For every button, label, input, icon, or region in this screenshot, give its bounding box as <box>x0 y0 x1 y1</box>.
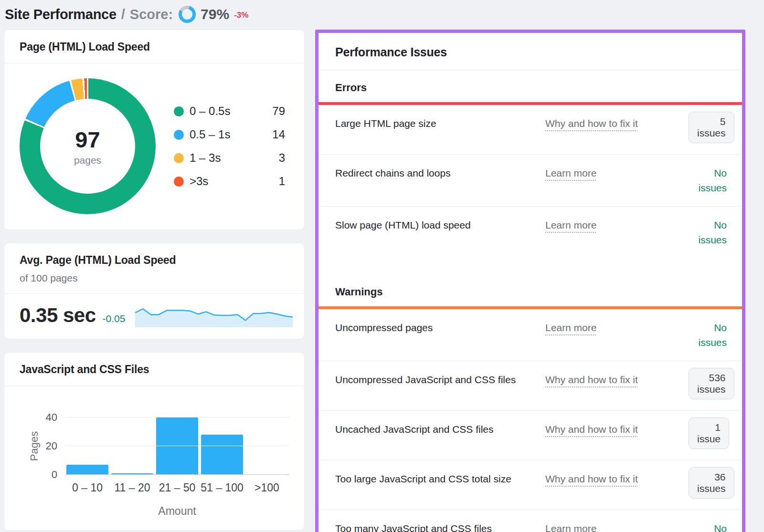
issue-status: No issues <box>689 320 727 350</box>
issue-help-link[interactable]: Why and how to fix it <box>545 422 689 437</box>
y-tick-label: 0 <box>52 469 57 481</box>
performance-issues-panel: Performance Issues Errors Large HTML pag… <box>315 30 745 532</box>
avg-load-speed-card: Avg. Page (HTML) Load Speed of 100 pages… <box>4 243 305 339</box>
issue-help-link[interactable]: Why and how to fix it <box>545 116 689 131</box>
donut-center-value: 97 <box>75 126 100 153</box>
issue-row: Too many JavaScript and CSS files Learn … <box>318 510 742 532</box>
issues-count-button[interactable]: 536 issues <box>689 368 734 399</box>
avg-speed-value: 0.35 sec <box>20 304 96 327</box>
issue-row: Uncached JavaScript and CSS files Why an… <box>318 410 742 460</box>
legend-value: 3 <box>251 151 291 165</box>
issue-help-link[interactable]: Learn more <box>545 166 689 180</box>
card-title: Avg. Page (HTML) Load Speed <box>20 254 289 267</box>
issue-row: Uncompressed pages Learn more No issues <box>318 309 742 361</box>
no-issues-label: No issues <box>698 322 727 348</box>
issue-help-link[interactable]: Why and how to fix it <box>545 471 689 486</box>
bar-chart-body: Pages 02040 0 – 1011 – 2021 – 5051 – 100… <box>4 386 304 530</box>
donut-center: 97 pages <box>40 99 135 194</box>
no-issues-label: No issues <box>698 523 727 532</box>
legend-value: 1 <box>251 175 291 188</box>
legend-dot-icon <box>174 177 184 187</box>
page-title: Site Performance <box>5 7 117 22</box>
y-tick-label: 40 <box>46 411 57 424</box>
no-issues-label: No issues <box>698 219 727 245</box>
legend-item: 0.5 – 1s 14 <box>174 128 291 141</box>
y-axis-label: Pages <box>28 431 41 461</box>
issues-count-button[interactable]: 36 issues <box>689 467 734 499</box>
section-name: Warnings <box>318 274 742 306</box>
page-header: Site Performance / Score: 79% -3% <box>0 0 764 30</box>
legend-label: 0.5 – 1s <box>190 128 251 141</box>
issue-help-link[interactable]: Learn more <box>545 320 689 335</box>
bar <box>156 417 198 475</box>
issues-count-button[interactable]: 1 issue <box>689 417 729 449</box>
issue-row: Large HTML page size Why and how to fix … <box>318 105 742 154</box>
x-tick-label: >100 <box>244 481 289 494</box>
legend-item: 0 – 0.5s 79 <box>174 104 291 118</box>
legend-dot-icon <box>174 153 184 163</box>
issue-status: 5 issues <box>689 116 734 143</box>
legend-label: 1 – 3s <box>190 151 251 165</box>
issue-row: Uncompressed JavaScript and CSS files Wh… <box>318 361 742 410</box>
issue-label: Too large JavaScript and CSS total size <box>335 471 545 486</box>
y-tick-label: 20 <box>46 440 57 452</box>
legend-value: 79 <box>251 104 291 118</box>
x-tick-label: 11 – 20 <box>110 481 155 494</box>
left-column: Page (HTML) Load Speed 97 pages 0 – 0.5s… <box>4 30 305 531</box>
card-header: Page (HTML) Load Speed <box>4 30 304 63</box>
issues-sections: Errors Large HTML page size Why and how … <box>318 70 742 532</box>
issue-status: 536 issues <box>689 372 734 399</box>
bar-series <box>65 405 289 475</box>
issue-row: Redirect chains and loops Learn more No … <box>318 154 742 206</box>
score-value: 79% <box>201 6 229 22</box>
issue-status: No issues <box>689 166 727 195</box>
bar <box>201 435 243 475</box>
issue-rows: Uncompressed pages Learn more No issues … <box>318 309 742 532</box>
card-subtitle: of 100 pages <box>20 272 289 284</box>
card-header: JavaScript and CSS Files <box>4 353 304 386</box>
bar-slot <box>200 405 244 475</box>
bar <box>66 465 108 475</box>
issue-label: Too many JavaScript and CSS files <box>335 521 545 532</box>
bar-slot <box>244 405 289 475</box>
issue-status: 1 issue <box>689 422 729 449</box>
issue-help-link[interactable]: Learn more <box>545 218 689 232</box>
card-title: JavaScript and CSS Files <box>20 363 289 376</box>
bar-slot <box>65 405 110 475</box>
no-issues-label: No issues <box>698 167 727 193</box>
score-ring-icon <box>179 6 196 23</box>
bar-chart-plot: 02040 <box>65 405 289 475</box>
issues-count-button[interactable]: 5 issues <box>689 112 734 143</box>
issue-row: Slow page (HTML) load speed Learn more N… <box>318 206 742 258</box>
js-css-files-bar-chart: Pages 02040 0 – 1011 – 2021 – 5051 – 100… <box>65 405 289 518</box>
breadcrumb-separator: / <box>121 7 125 22</box>
card-title: Page (HTML) Load Speed <box>20 41 289 53</box>
legend-item: >3s 1 <box>174 175 291 188</box>
bar-slot <box>155 405 200 475</box>
x-tick-label: 51 – 100 <box>200 481 244 494</box>
issue-help-link[interactable]: Learn more <box>545 521 689 532</box>
gridline <box>65 474 289 475</box>
donut-center-label: pages <box>74 155 101 166</box>
issue-label: Uncompressed pages <box>335 320 545 335</box>
panel-title: Performance Issues <box>318 33 742 70</box>
legend-dot-icon <box>174 130 184 140</box>
issue-label: Redirect chains and loops <box>335 166 545 180</box>
issue-label: Large HTML page size <box>335 116 545 131</box>
issue-status: No issues <box>689 218 727 247</box>
donut-legend: 0 – 0.5s 79 0.5 – 1s 14 1 – 3s 3 >3s 1 <box>174 104 291 188</box>
js-css-files-card: JavaScript and CSS Files Pages 02040 0 –… <box>4 352 305 531</box>
issues-section: Warnings Uncompressed pages Learn more N… <box>318 274 742 532</box>
main-layout: Page (HTML) Load Speed 97 pages 0 – 0.5s… <box>0 30 764 532</box>
page-load-speed-card: Page (HTML) Load Speed 97 pages 0 – 0.5s… <box>4 30 305 230</box>
avg-speed-body: 0.35 sec -0.05 <box>4 294 304 339</box>
legend-value: 14 <box>251 128 291 141</box>
avg-speed-delta: -0.05 <box>103 313 126 324</box>
x-axis-label: Amount <box>65 505 289 518</box>
issue-help-link[interactable]: Why and how to fix it <box>545 372 689 387</box>
card-header: Avg. Page (HTML) Load Speed of 100 pages <box>4 243 304 294</box>
score-label: Score: <box>130 7 173 22</box>
issue-label: Uncached JavaScript and CSS files <box>335 422 545 437</box>
gridline <box>65 417 289 417</box>
issue-label: Slow page (HTML) load speed <box>335 218 545 232</box>
